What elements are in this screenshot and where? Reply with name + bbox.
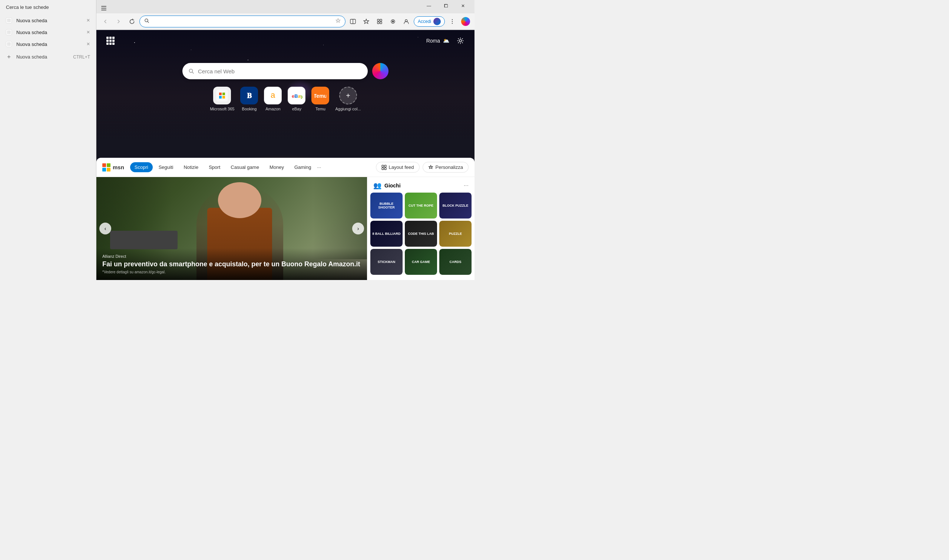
url-input[interactable] xyxy=(152,18,333,24)
news-disclaimer: *Vedere dettagli su amazon.it/gc-legal. xyxy=(102,270,361,274)
tab-favicon-2 xyxy=(6,29,12,35)
forward-button[interactable] xyxy=(113,15,125,28)
favorites-button[interactable] xyxy=(360,15,372,28)
newtab-copilot-button[interactable] xyxy=(372,63,389,79)
quick-link-icon-amazon: a xyxy=(264,87,282,105)
weather-city: Roma xyxy=(426,38,440,44)
svg-rect-32 xyxy=(382,165,384,167)
quick-link-ebay[interactable]: eBay eBay xyxy=(288,87,306,111)
news-source: Allianz Direct xyxy=(102,254,361,258)
quick-link-label-ebay: eBay xyxy=(292,107,301,111)
signin-label: Accedi xyxy=(418,19,431,24)
svg-rect-10 xyxy=(380,19,382,21)
browser-essentials-button[interactable] xyxy=(387,15,399,28)
newtab-search-input[interactable] xyxy=(198,68,362,74)
new-tab-button[interactable]: ＋ Nuova scheda CTRL+T xyxy=(0,50,96,64)
game-thumb-7[interactable]: STICKMAN xyxy=(370,249,403,275)
collections-button[interactable] xyxy=(373,15,386,28)
newtab-search-bar[interactable] xyxy=(182,63,368,79)
msn-tabs-more[interactable]: ··· xyxy=(317,165,321,170)
news-card-main: ‹ › Allianz Direct Fai un preventivo da … xyxy=(96,177,367,280)
news-prev-button[interactable]: ‹ xyxy=(99,223,111,234)
new-tab-shortcut: CTRL+T xyxy=(73,54,90,60)
msn-tab-casual-game[interactable]: Casual game xyxy=(226,162,264,172)
tab-close-3[interactable]: ✕ xyxy=(86,42,90,47)
svg-rect-2 xyxy=(7,42,11,46)
game-thumb-1[interactable]: BUBBLE SHOOTER xyxy=(370,192,403,218)
quick-link-booking[interactable]: 𝐁 Booking xyxy=(240,87,258,111)
search-icon xyxy=(144,18,150,25)
profile-button[interactable] xyxy=(400,15,412,28)
maximize-button[interactable]: ⧠ xyxy=(437,0,454,12)
quick-link-microsoft365[interactable]: Microsoft 365 xyxy=(210,87,234,111)
msn-tab-gaming[interactable]: Gaming xyxy=(290,162,316,172)
game-thumb-8[interactable]: CAR GAME xyxy=(405,249,437,275)
newtab-topbar: Roma 🌥️ xyxy=(96,30,474,52)
game-thumb-4[interactable]: 8 BALL BILLIARD xyxy=(370,221,403,247)
svg-text:a: a xyxy=(271,90,275,100)
svg-rect-9 xyxy=(377,19,379,21)
back-button[interactable] xyxy=(99,15,111,28)
tab-panel-title: Cerca le tue schede xyxy=(0,0,96,14)
msn-tab-scopri[interactable]: Scopri xyxy=(130,162,153,172)
games-header: 👥 Giochi ··· xyxy=(370,180,472,192)
personalizza-button[interactable]: Personalizza xyxy=(423,162,469,172)
game-thumb-6[interactable]: PUZZLE xyxy=(439,221,472,247)
tab-panel: Cerca le tue schede Nuova scheda ✕ Nuova… xyxy=(0,0,96,280)
svg-rect-29 xyxy=(107,163,111,167)
msn-feed: msn Scopri Seguiti Notizie Sport Casual … xyxy=(96,158,474,280)
tab-panel-list: Nuova scheda ✕ Nuova scheda ✕ Nuova sche… xyxy=(0,14,96,64)
game-thumb-5[interactable]: CODE THIS LAB xyxy=(405,221,437,247)
msn-tab-sport[interactable]: Sport xyxy=(204,162,225,172)
quick-link-amazon[interactable]: a Amazon xyxy=(264,87,282,111)
tab-title-3: Nuova scheda xyxy=(16,42,82,47)
game-thumb-3[interactable]: BLOCK PUZZLE xyxy=(439,192,472,218)
personalizza-label: Personalizza xyxy=(435,165,463,170)
quick-link-icon-ebay: eBay xyxy=(288,87,306,105)
weather-info[interactable]: Roma 🌥️ xyxy=(426,38,449,44)
game-image-6: PUZZLE xyxy=(439,221,472,247)
copilot-button[interactable] xyxy=(460,15,472,28)
game-thumb-9[interactable]: CARDS xyxy=(439,249,472,275)
tab-panel-item-2[interactable]: Nuova scheda ✕ xyxy=(0,26,96,38)
quick-link-add[interactable]: + Aggiungi col... xyxy=(335,87,361,111)
tab-close-2[interactable]: ✕ xyxy=(86,30,90,35)
tab-close-1[interactable]: ✕ xyxy=(86,18,90,23)
favorites-icon[interactable] xyxy=(335,18,341,25)
game-image-8: CAR GAME xyxy=(405,249,437,275)
msn-tab-money[interactable]: Money xyxy=(265,162,289,172)
game-thumb-2[interactable]: CUT THE ROPE xyxy=(405,192,437,218)
game-image-7: STICKMAN xyxy=(370,249,403,275)
browser-menu-button[interactable] xyxy=(446,15,458,28)
refresh-button[interactable] xyxy=(126,15,138,28)
minimize-button[interactable]: — xyxy=(420,0,437,12)
tab-panel-item-3[interactable]: Nuova scheda ✕ xyxy=(0,38,96,50)
add-quick-link-button[interactable]: + xyxy=(339,87,357,105)
news-next-button[interactable]: › xyxy=(352,223,364,234)
new-tab-label: Nuova scheda xyxy=(16,54,47,60)
layout-feed-button[interactable]: Layout feed xyxy=(376,162,420,172)
svg-rect-34 xyxy=(382,168,384,170)
layout-icon xyxy=(381,165,387,170)
close-button[interactable]: ✕ xyxy=(454,0,472,12)
svg-point-16 xyxy=(452,19,453,20)
msn-tab-seguiti[interactable]: Seguiti xyxy=(154,162,178,172)
copilot-icon xyxy=(461,17,470,26)
signin-button[interactable]: Accedi xyxy=(414,16,445,27)
quick-link-label-add: Aggiungi col... xyxy=(335,107,361,111)
quick-link-temu[interactable]: Temu Temu xyxy=(312,87,329,111)
address-bar[interactable] xyxy=(139,15,346,28)
newtab-settings-button[interactable] xyxy=(454,34,467,48)
msn-logo[interactable]: msn xyxy=(102,163,124,171)
tab-title-2: Nuova scheda xyxy=(16,30,82,35)
games-more-button[interactable]: ··· xyxy=(464,182,469,189)
grid-button[interactable] xyxy=(104,34,117,48)
tab-list-icon[interactable] xyxy=(98,3,110,13)
msn-tab-notizie[interactable]: Notizie xyxy=(179,162,203,172)
split-tab-button[interactable] xyxy=(347,15,359,28)
quick-links: Microsoft 365 𝐁 Booking a Amazon eBay eB… xyxy=(210,87,361,111)
quick-link-icon-temu: Temu xyxy=(312,87,329,105)
tab-favicon-3 xyxy=(6,41,12,47)
tab-panel-item-1[interactable]: Nuova scheda ✕ xyxy=(0,14,96,26)
game-image-1: BUBBLE SHOOTER xyxy=(370,192,403,218)
